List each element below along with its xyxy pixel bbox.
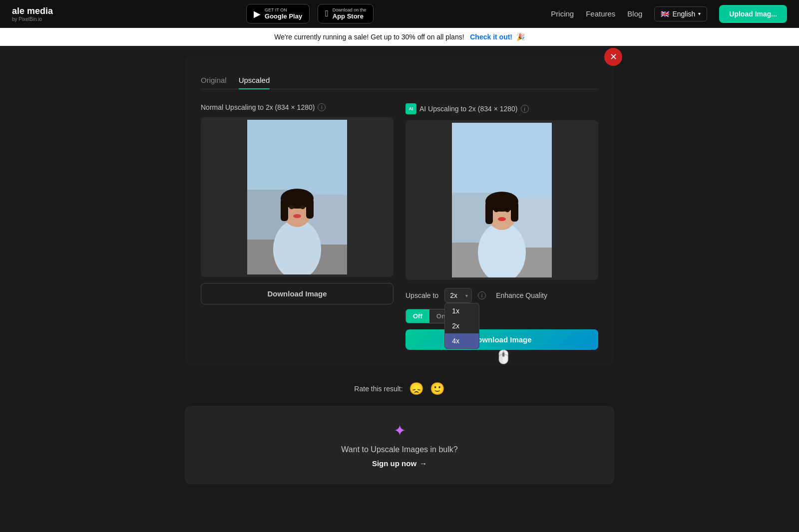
normal-image-frame — [201, 117, 394, 277]
svg-point-27 — [494, 208, 499, 212]
enhance-quality-label: Enhance Quality — [496, 291, 547, 299]
rating-bad-button[interactable]: 😞 — [409, 382, 424, 396]
svg-rect-24 — [511, 202, 518, 222]
upscale-dropdown: 1x 2x 4x — [444, 303, 479, 349]
normal-info-icon[interactable]: i — [318, 103, 326, 111]
navbar: ale media by PixelBin.io ▶ GET IT ON Goo… — [0, 0, 799, 28]
normal-portrait-svg — [247, 120, 347, 274]
upscale-info-icon[interactable]: i — [478, 291, 486, 299]
blog-link[interactable]: Blog — [627, 9, 642, 18]
normal-label: Normal Upscaling to 2x (834 × 1280) i — [201, 103, 394, 111]
app-store-button[interactable]:  Download on the App Store — [318, 4, 374, 23]
upscale-select-wrapper: 2x 1x 4x ▾ 1x 2x 4x — [444, 288, 472, 303]
pricing-link[interactable]: Pricing — [551, 9, 574, 18]
upload-button[interactable]: Upload Imag... — [719, 5, 787, 23]
normal-side: Normal Upscaling to 2x (834 × 1280) i — [201, 103, 394, 350]
upscale-card: ✕ Original Upscaled Normal Upscaling to … — [185, 56, 614, 366]
bulk-card: ✦ Want to Upscale Images in bulk? Sign u… — [185, 406, 614, 484]
ai-image-frame — [405, 120, 598, 280]
svg-rect-23 — [485, 202, 493, 224]
svg-point-14 — [293, 214, 301, 218]
navbar-right: Pricing Features Blog 🇬🇧 English ▾ Uploa… — [551, 5, 787, 23]
tab-upscaled[interactable]: Upscaled — [239, 72, 270, 89]
apple-icon:  — [325, 8, 329, 19]
svg-point-28 — [505, 208, 510, 212]
rating-label: Rate this result: — [354, 385, 402, 393]
logo-main: ale media — [12, 6, 53, 16]
download-ai-button[interactable]: Download Image — [405, 329, 598, 350]
svg-point-13 — [300, 205, 305, 209]
bulk-title: Want to Upscale Images in bulk? — [205, 445, 594, 454]
bulk-signup-link[interactable]: Sign up now → — [372, 459, 427, 468]
tabs: Original Upscaled — [201, 72, 598, 89]
dropdown-option-2x[interactable]: 2x — [445, 318, 479, 333]
sale-emoji: 🎉 — [516, 33, 525, 41]
language-button[interactable]: 🇬🇧 English ▾ — [654, 6, 707, 21]
flag-icon: 🇬🇧 — [661, 10, 669, 18]
tab-original[interactable]: Original — [201, 72, 227, 89]
dropdown-option-4x[interactable]: 4x — [445, 333, 479, 348]
ai-upscale-icon: AI — [405, 103, 416, 114]
sale-banner: We're currently running a sale! Get up t… — [0, 28, 799, 46]
navbar-center: ▶ GET IT ON Google Play  Download on th… — [69, 4, 551, 23]
logo: ale media by PixelBin.io — [12, 6, 53, 22]
rating-good-button[interactable]: 🙂 — [430, 382, 445, 396]
ai-controls: Upscale to 2x 1x 4x ▾ 1x 2x 4x — [405, 288, 598, 323]
cursor-pointer: 🖱️ — [495, 349, 511, 365]
google-play-button[interactable]: ▶ GET IT ON Google Play — [246, 4, 310, 23]
google-play-icon: ▶ — [254, 8, 261, 19]
svg-point-12 — [289, 205, 294, 209]
rating-section: Rate this result: 😞 🙂 — [354, 382, 444, 396]
main-content: ✕ Original Upscaled Normal Upscaling to … — [0, 46, 799, 504]
close-button[interactable]: ✕ — [604, 48, 622, 66]
comparison-container: Normal Upscaling to 2x (834 × 1280) i — [201, 103, 598, 350]
sale-text: We're currently running a sale! Get up t… — [274, 33, 464, 41]
features-link[interactable]: Features — [586, 9, 615, 18]
svg-rect-8 — [281, 199, 288, 221]
toggle-off-button[interactable]: Off — [406, 309, 429, 323]
language-label: English — [672, 10, 695, 18]
sale-link[interactable]: Check it out! — [470, 33, 512, 41]
ai-portrait-svg — [452, 123, 552, 277]
logo-sub: by PixelBin.io — [12, 16, 53, 22]
chevron-down-icon: ▾ — [698, 11, 701, 16]
bulk-icon: ✦ — [205, 422, 594, 439]
download-normal-button[interactable]: Download Image — [201, 283, 394, 304]
ai-info-icon[interactable]: i — [521, 105, 529, 113]
dropdown-option-1x[interactable]: 1x — [445, 303, 479, 318]
ai-side: AI AI Upscaling to 2x (834 × 1280) i — [405, 103, 598, 350]
upscale-to-label: Upscale to — [405, 291, 438, 299]
ai-label: AI AI Upscaling to 2x (834 × 1280) i — [405, 103, 598, 114]
svg-point-29 — [498, 217, 506, 221]
svg-rect-9 — [306, 199, 314, 219]
upscale-select[interactable]: 2x 1x 4x — [444, 288, 472, 303]
